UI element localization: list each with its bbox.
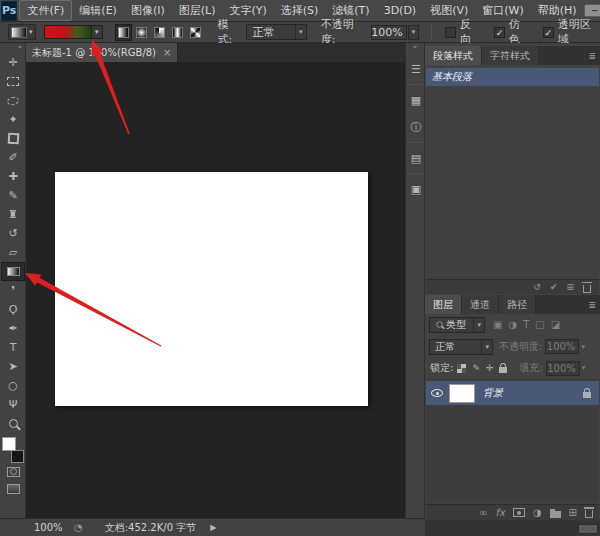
tool-crop[interactable]: [1, 129, 25, 148]
diamond-gradient-button[interactable]: [187, 24, 204, 41]
histogram-panel-button[interactable]: ▤: [407, 146, 425, 170]
menu-edit[interactable]: 编辑(E): [72, 1, 124, 20]
gradient-preview[interactable]: [44, 25, 92, 39]
layer-thumbnail[interactable]: [449, 384, 475, 403]
tool-clone-stamp[interactable]: ♜: [1, 205, 25, 224]
color-swatches[interactable]: [2, 437, 24, 463]
link-layers-icon[interactable]: ∞: [479, 507, 487, 518]
fill-value[interactable]: 100%: [546, 361, 580, 376]
filter-pixel-icon[interactable]: ▣: [493, 319, 502, 330]
screen-mode-button[interactable]: [1, 480, 25, 497]
new-style-icon[interactable]: ⊞: [566, 282, 574, 292]
tool-rectangular-marquee[interactable]: [1, 72, 25, 91]
paragraph-panel-button[interactable]: ☰: [407, 57, 425, 81]
new-group-icon[interactable]: [550, 511, 561, 518]
resize-grip[interactable]: [578, 524, 598, 534]
tool-move[interactable]: ✛: [1, 53, 25, 72]
tool-gradient[interactable]: [1, 262, 25, 281]
tab-channels[interactable]: 通道: [462, 295, 499, 314]
document-tab[interactable]: 未标题-1 @ 100%(RGB/8) ×: [26, 43, 178, 62]
linear-gradient-icon: [118, 27, 129, 38]
tool-hand[interactable]: Ψ: [1, 395, 25, 414]
foreground-color-swatch[interactable]: [2, 437, 16, 451]
layer-row-background[interactable]: 背景: [426, 381, 599, 405]
actions-panel-button[interactable]: ▣: [407, 177, 425, 201]
layer-opacity-value[interactable]: 100%: [545, 339, 579, 354]
menu-3d[interactable]: 3D(D): [377, 2, 424, 19]
document-area: 未标题-1 @ 100%(RGB/8) ×: [26, 43, 405, 518]
menu-file[interactable]: 文件(F): [19, 0, 72, 21]
tab-layers[interactable]: 图层: [425, 295, 462, 314]
layer-style-fx-icon[interactable]: fx: [495, 507, 504, 518]
tool-zoom[interactable]: [1, 414, 25, 433]
layer-name: 背景: [483, 386, 503, 400]
collapse-toolbar-chevron[interactable]: »: [0, 43, 25, 53]
swatches-panel-button[interactable]: ▦: [407, 88, 425, 112]
zoom-level-field[interactable]: 100%: [34, 522, 74, 533]
filter-smart-object-icon[interactable]: ◪: [551, 319, 560, 330]
tool-history-brush[interactable]: ↺: [1, 224, 25, 243]
tool-quick-selection[interactable]: ✦: [1, 110, 25, 129]
reflected-gradient-button[interactable]: [169, 24, 186, 41]
tab-character-styles[interactable]: 字符样式: [482, 46, 539, 65]
lock-transparent-pixels-icon[interactable]: [457, 364, 466, 373]
delete-style-icon[interactable]: [583, 285, 591, 293]
add-mask-icon[interactable]: [513, 508, 525, 517]
background-color-swatch[interactable]: [11, 450, 24, 463]
status-expand-icon[interactable]: ▶: [210, 523, 216, 532]
photoshop-window: Ps 文件(F) 编辑(E) 图像(I) 图层(L) 文字(Y) 选择(S) 滤…: [0, 0, 600, 536]
redefine-style-icon[interactable]: ✔: [550, 282, 558, 292]
divider: [407, 173, 423, 174]
linear-gradient-button[interactable]: [115, 24, 132, 41]
menu-select[interactable]: 选择(S): [274, 1, 326, 20]
filter-shape-icon[interactable]: □: [535, 319, 544, 330]
tool-dodge[interactable]: Ϙ: [1, 300, 25, 319]
tool-spot-healing-brush[interactable]: ✚: [1, 167, 25, 186]
adjustment-layer-icon[interactable]: ◑: [533, 507, 542, 518]
info-panel-button[interactable]: ⓘ: [407, 115, 425, 139]
tool-type[interactable]: T: [1, 338, 25, 357]
blend-mode-select[interactable]: 正常 ▾: [246, 24, 306, 40]
tool-eyedropper[interactable]: ✐: [1, 148, 25, 167]
quick-mask-button[interactable]: [1, 463, 25, 480]
filter-adjustment-icon[interactable]: ◑: [508, 319, 517, 330]
tab-paragraph-styles[interactable]: 段落样式: [425, 46, 482, 65]
tool-shape[interactable]: ○: [1, 376, 25, 395]
delete-layer-icon[interactable]: [585, 510, 593, 518]
angle-gradient-button[interactable]: [151, 24, 168, 41]
lock-image-pixels-icon[interactable]: ✎: [472, 363, 480, 373]
panel-menu-icon[interactable]: ≣: [588, 46, 600, 65]
close-tab-icon[interactable]: ×: [163, 47, 171, 58]
layers-blend-row: 正常 ▾ 不透明度: 100% ▾: [425, 336, 600, 357]
lock-buttons: ✎ ✛: [457, 363, 507, 373]
gradient-preset-picker[interactable]: ▾: [8, 24, 36, 40]
ps-logo: Ps: [1, 1, 17, 21]
clear-override-icon[interactable]: ↺: [533, 282, 541, 292]
lock-all-icon[interactable]: [499, 367, 507, 373]
tab-paths[interactable]: 路径: [499, 295, 536, 314]
radial-gradient-button[interactable]: [133, 24, 150, 41]
filter-type-icon[interactable]: T: [523, 319, 529, 330]
menu-layer[interactable]: 图层(L): [172, 1, 223, 20]
tool-brush[interactable]: ✎: [1, 186, 25, 205]
status-bar: 100% ◔ 文档:452.2K/0 字节 ▶: [0, 518, 425, 536]
gradient-picker-arrow[interactable]: ▾: [92, 25, 103, 39]
tool-blur[interactable]: ❜: [1, 281, 25, 300]
canvas[interactable]: [55, 172, 368, 406]
panel-menu-icon[interactable]: ≣: [588, 295, 600, 314]
tool-lasso[interactable]: [1, 91, 25, 110]
layer-filter-select[interactable]: 类型 ▾: [429, 317, 485, 333]
paragraph-style-item[interactable]: 基本段落: [426, 68, 599, 86]
tool-path-selection[interactable]: ➤: [1, 357, 25, 376]
minimize-button[interactable]: ─: [584, 4, 600, 17]
opacity-input[interactable]: 100%: [371, 25, 407, 40]
menu-image[interactable]: 图像(I): [124, 1, 172, 20]
lock-position-icon[interactable]: ✛: [486, 363, 494, 373]
visibility-eye-icon[interactable]: [431, 389, 443, 397]
tool-eraser[interactable]: ▱: [1, 243, 25, 262]
tool-pen[interactable]: ✒: [1, 319, 25, 338]
layer-blend-mode-select[interactable]: 正常 ▾: [429, 339, 493, 355]
new-layer-icon[interactable]: ⊞: [569, 507, 577, 518]
expand-dock-chevron[interactable]: «: [406, 43, 424, 54]
opacity-dropdown-arrow[interactable]: ▾: [408, 25, 420, 40]
